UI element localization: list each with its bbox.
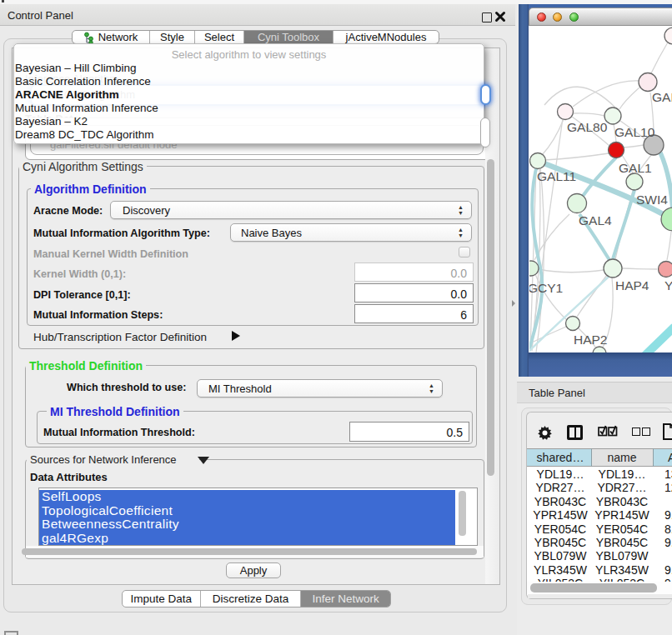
svg-text:GAL10: GAL10: [614, 125, 655, 139]
svg-text:HAP4: HAP4: [615, 278, 649, 292]
svg-text:SWI4: SWI4: [636, 192, 668, 207]
svg-text:Y: Y: [664, 278, 672, 292]
svg-text:GAL11: GAL11: [537, 169, 576, 183]
svg-text:HAP2: HAP2: [574, 332, 608, 347]
svg-text:GAL2: GAL2: [652, 90, 672, 104]
svg-text:GAL4: GAL4: [579, 213, 612, 228]
svg-text:GCY1: GCY1: [529, 281, 563, 295]
svg-text:GAL80: GAL80: [567, 120, 608, 134]
svg-text:GAL1: GAL1: [619, 161, 652, 175]
